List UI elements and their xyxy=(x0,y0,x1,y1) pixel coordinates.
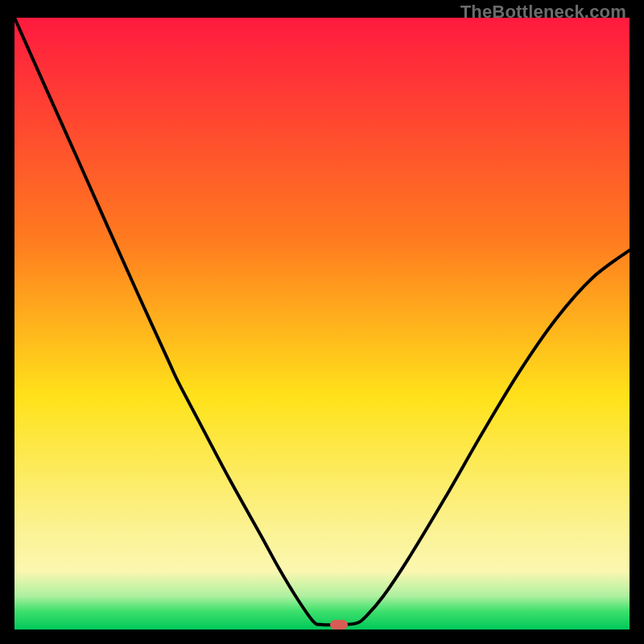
chart-frame: TheBottleneck.com xyxy=(0,0,644,644)
gradient-background xyxy=(14,18,630,630)
watermark-text: TheBottleneck.com xyxy=(460,2,626,23)
optimal-point-marker xyxy=(330,620,348,630)
bottleneck-chart xyxy=(14,18,630,630)
